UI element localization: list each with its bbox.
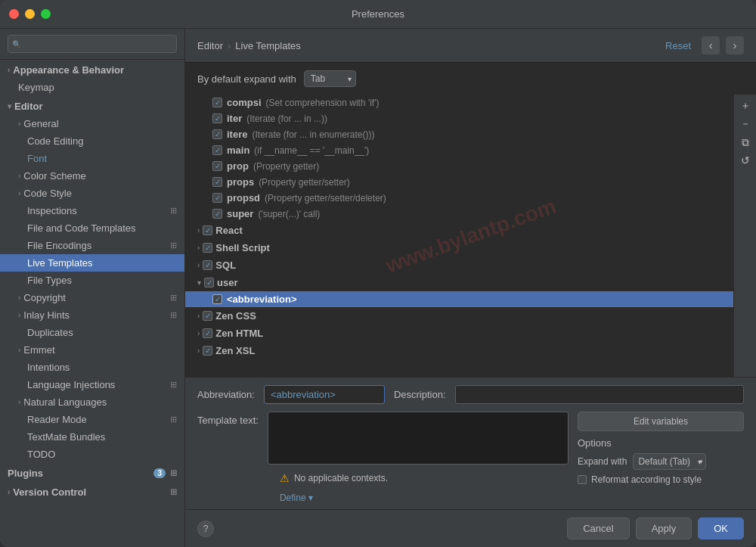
description-input[interactable]	[455, 385, 744, 404]
sidebar-item-duplicates[interactable]: Duplicates	[0, 324, 184, 341]
group-zen-html[interactable]: Zen HTML	[185, 325, 733, 342]
add-button[interactable]: ＋	[737, 98, 754, 114]
title-bar: Preferences	[0, 0, 756, 29]
template-item-itere[interactable]: itere (Iterate (for ... in enumerate()))	[185, 126, 733, 142]
arrow-icon	[8, 66, 10, 74]
sidebar-item-todo[interactable]: TODO	[0, 446, 184, 463]
template-item-iter[interactable]: iter (Iterate (for ... in ...))	[185, 110, 733, 126]
sidebar-item-keymap[interactable]: Keymap	[0, 79, 184, 96]
template-checkbox[interactable]	[212, 193, 222, 203]
breadcrumb-separator: ›	[228, 40, 231, 51]
group-checkbox[interactable]	[203, 346, 212, 356]
group-checkbox[interactable]	[203, 311, 212, 321]
define-link[interactable]: Define ▾	[268, 493, 313, 503]
template-checkbox[interactable]	[212, 294, 222, 304]
arrow-icon	[18, 346, 20, 354]
template-item-compsi[interactable]: compsi (Set comprehension with 'if')	[185, 95, 733, 110]
restore-button[interactable]: ↺	[737, 152, 754, 169]
plugins-icon: ⊞	[170, 468, 177, 478]
sidebar-item-inlay-hints[interactable]: Inlay Hints ⊞	[0, 306, 184, 324]
group-react[interactable]: React	[185, 222, 733, 239]
sidebar-item-file-code-templates[interactable]: File and Code Templates	[0, 219, 184, 237]
sidebar-item-font[interactable]: Font	[0, 150, 184, 167]
template-checkbox[interactable]	[212, 113, 222, 123]
breadcrumb: Editor › Live Templates	[197, 40, 661, 51]
arrow-icon	[18, 294, 20, 302]
sidebar-item-version-control[interactable]: Version Control ⊞	[0, 482, 184, 501]
expand-with-select[interactable]: Default (Tab) Tab Enter Space	[633, 453, 706, 470]
template-checkbox[interactable]	[212, 177, 222, 187]
template-item-abbreviation[interactable]: <abbreviation>	[185, 291, 733, 307]
template-item-prop[interactable]: prop (Property getter)	[185, 158, 733, 174]
template-item-props[interactable]: props (Property getter/setter)	[185, 174, 733, 190]
expand-setting-row: By default expand with Tab Enter Space	[185, 63, 756, 95]
group-user[interactable]: user	[185, 274, 733, 291]
ok-button[interactable]: OK	[698, 517, 744, 539]
close-button[interactable]	[9, 9, 19, 19]
maximize-button[interactable]	[41, 9, 51, 19]
copy-button[interactable]: ⧉	[737, 134, 754, 151]
reformat-checkbox[interactable]	[578, 475, 587, 484]
edit-variables-button[interactable]: Edit variables	[578, 412, 744, 431]
group-sql[interactable]: SQL	[185, 256, 733, 274]
sidebar-item-intentions[interactable]: Intentions	[0, 359, 184, 376]
template-checkbox[interactable]	[212, 145, 222, 155]
sidebar-item-copyright[interactable]: Copyright ⊞	[0, 289, 184, 306]
sidebar-item-code-editing[interactable]: Code Editing	[0, 132, 184, 150]
template-checkbox[interactable]	[212, 129, 222, 139]
group-label: user	[217, 277, 237, 288]
sidebar-item-file-types[interactable]: File Types	[0, 272, 184, 289]
template-item-propsd[interactable]: propsd (Property getter/setter/deleter)	[185, 190, 733, 206]
sidebar-item-plugins[interactable]: Plugins 3 ⊞	[0, 463, 184, 482]
apply-button[interactable]: Apply	[636, 517, 692, 539]
template-checkbox[interactable]	[212, 209, 222, 219]
template-checkbox[interactable]	[212, 98, 222, 107]
cancel-button[interactable]: Cancel	[567, 517, 629, 539]
help-button[interactable]: ?	[197, 521, 214, 537]
sidebar-item-general[interactable]: General	[0, 115, 184, 132]
nav-back-button[interactable]: ‹	[702, 36, 720, 54]
arrow-icon	[8, 488, 10, 496]
reformat-row: Reformat according to style	[578, 474, 744, 485]
sidebar-item-natural-languages[interactable]: Natural Languages	[0, 393, 184, 411]
warning-row: ⚠ No applicable contexts.	[268, 469, 569, 487]
templates-area: compsi (Set comprehension with 'if') ite…	[185, 95, 756, 377]
sidebar-item-code-style[interactable]: Code Style	[0, 185, 184, 202]
sidebar-item-reader-mode[interactable]: Reader Mode ⊞	[0, 411, 184, 428]
group-zen-css[interactable]: Zen CSS	[185, 307, 733, 325]
nav-forward-button[interactable]: ›	[726, 36, 744, 54]
group-checkbox[interactable]	[203, 225, 212, 235]
group-checkbox[interactable]	[203, 243, 212, 253]
group-shell-script[interactable]: Shell Script	[185, 239, 733, 256]
reset-button[interactable]: Reset	[661, 39, 696, 53]
sidebar-item-appearance[interactable]: Appearance & Behavior	[0, 60, 184, 79]
template-item-main[interactable]: main (if __name__ == '__main__')	[185, 142, 733, 158]
copyright-icon: ⊞	[170, 293, 177, 303]
group-checkbox[interactable]	[203, 260, 212, 270]
sidebar-item-file-encodings[interactable]: File Encodings ⊞	[0, 237, 184, 254]
minimize-button[interactable]	[25, 9, 35, 19]
arrow-icon	[18, 120, 20, 128]
lang-inject-icon: ⊞	[170, 380, 177, 390]
sidebar-item-textmate-bundles[interactable]: TextMate Bundles	[0, 428, 184, 446]
remove-button[interactable]: －	[737, 116, 754, 132]
expand-select[interactable]: Tab Enter Space	[304, 70, 356, 87]
group-checkbox[interactable]	[204, 278, 214, 287]
search-input[interactable]	[8, 35, 177, 53]
template-item-super[interactable]: super ('super(...)' call)	[185, 206, 733, 222]
editor-area: Abbreviation: Description: Template text…	[185, 377, 756, 509]
sidebar-item-emmet[interactable]: Emmet	[0, 341, 184, 359]
breadcrumb-parent: Editor	[197, 40, 223, 51]
group-checkbox[interactable]	[203, 328, 212, 338]
template-code-editor[interactable]	[268, 412, 569, 465]
sidebar-item-language-injections[interactable]: Language Injections ⊞	[0, 376, 184, 393]
warning-icon: ⚠	[280, 472, 290, 484]
expand-with-label: Expand with	[578, 456, 627, 467]
abbreviation-input[interactable]	[264, 385, 385, 404]
template-checkbox[interactable]	[212, 161, 222, 171]
sidebar-item-live-templates[interactable]: Live Templates	[0, 254, 184, 272]
sidebar-item-editor[interactable]: Editor	[0, 96, 184, 115]
sidebar-item-color-scheme[interactable]: Color Scheme	[0, 167, 184, 185]
sidebar-item-inspections[interactable]: Inspections ⊞	[0, 202, 184, 219]
group-zen-xsl[interactable]: Zen XSL	[185, 342, 733, 359]
